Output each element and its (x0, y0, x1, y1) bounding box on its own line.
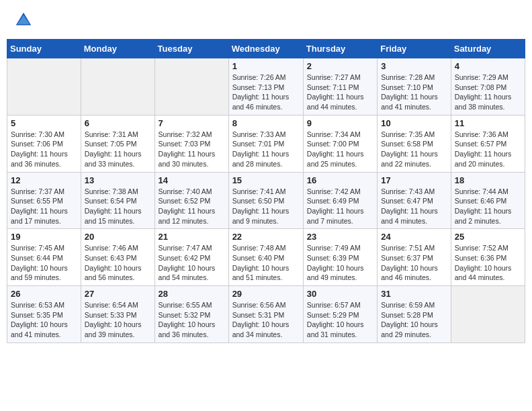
day-info: Sunrise: 7:52 AMSunset: 6:36 PMDaylight:… (455, 243, 521, 283)
day-number: 11 (455, 118, 521, 128)
calendar-cell: 10Sunrise: 7:35 AMSunset: 6:58 PMDayligh… (378, 115, 451, 172)
logo-icon (13, 10, 34, 30)
calendar-cell: 5Sunrise: 7:30 AMSunset: 7:06 PMDaylight… (7, 115, 81, 172)
day-number: 28 (159, 289, 225, 299)
calendar-cell: 1Sunrise: 7:26 AMSunset: 7:13 PMDaylight… (228, 58, 303, 116)
day-info: Sunrise: 7:36 AMSunset: 6:57 PMDaylight:… (455, 130, 521, 169)
calendar-cell: 15Sunrise: 7:41 AMSunset: 6:50 PMDayligh… (228, 172, 303, 229)
day-info: Sunrise: 7:28 AMSunset: 7:10 PMDaylight:… (381, 73, 447, 112)
day-number: 20 (85, 232, 151, 242)
day-info: Sunrise: 7:43 AMSunset: 6:47 PMDaylight:… (381, 187, 447, 226)
day-info: Sunrise: 6:59 AMSunset: 5:28 PMDaylight:… (381, 300, 447, 340)
day-info: Sunrise: 7:31 AMSunset: 7:05 PMDaylight:… (85, 130, 151, 169)
calendar-cell: 14Sunrise: 7:40 AMSunset: 6:52 PMDayligh… (154, 172, 228, 229)
calendar-cell: 11Sunrise: 7:36 AMSunset: 6:57 PMDayligh… (451, 115, 525, 172)
day-info: Sunrise: 7:47 AMSunset: 6:42 PMDaylight:… (159, 243, 225, 283)
day-number: 22 (232, 232, 300, 242)
calendar-cell: 4Sunrise: 7:29 AMSunset: 7:08 PMDaylight… (451, 58, 525, 116)
day-info: Sunrise: 7:44 AMSunset: 6:46 PMDaylight:… (455, 187, 521, 226)
col-wednesday: Wednesday (228, 40, 303, 58)
col-friday: Friday (378, 40, 451, 58)
calendar-cell: 28Sunrise: 6:55 AMSunset: 5:32 PMDayligh… (154, 286, 228, 343)
calendar-cell: 3Sunrise: 7:28 AMSunset: 7:10 PMDaylight… (378, 58, 451, 116)
calendar-cell: 30Sunrise: 6:57 AMSunset: 5:29 PMDayligh… (303, 286, 377, 343)
day-number: 25 (455, 232, 521, 242)
day-number: 18 (455, 175, 521, 185)
calendar-cell: 8Sunrise: 7:33 AMSunset: 7:01 PMDaylight… (228, 115, 303, 172)
day-info: Sunrise: 7:30 AMSunset: 7:06 PMDaylight:… (11, 130, 77, 169)
day-info: Sunrise: 7:48 AMSunset: 6:40 PMDaylight:… (232, 243, 300, 283)
col-sunday: Sunday (7, 40, 81, 58)
day-number: 26 (11, 289, 77, 299)
calendar-table: Sunday Monday Tuesday Wednesday Thursday… (7, 39, 525, 343)
day-number: 3 (381, 61, 447, 71)
day-info: Sunrise: 7:34 AMSunset: 7:00 PMDaylight:… (307, 130, 373, 169)
calendar-week-row: 5Sunrise: 7:30 AMSunset: 7:06 PMDaylight… (7, 115, 525, 172)
col-tuesday: Tuesday (154, 40, 228, 58)
calendar-cell: 21Sunrise: 7:47 AMSunset: 6:42 PMDayligh… (154, 229, 228, 286)
day-info: Sunrise: 6:57 AMSunset: 5:29 PMDaylight:… (307, 300, 373, 340)
day-info: Sunrise: 7:32 AMSunset: 7:03 PMDaylight:… (159, 130, 225, 169)
day-info: Sunrise: 7:40 AMSunset: 6:52 PMDaylight:… (159, 187, 225, 226)
calendar-cell: 2Sunrise: 7:27 AMSunset: 7:11 PMDaylight… (303, 58, 377, 116)
day-info: Sunrise: 7:51 AMSunset: 6:37 PMDaylight:… (381, 243, 447, 283)
calendar-cell: 23Sunrise: 7:49 AMSunset: 6:39 PMDayligh… (303, 229, 377, 286)
calendar-cell: 27Sunrise: 6:54 AMSunset: 5:33 PMDayligh… (81, 286, 154, 343)
calendar-header-row: Sunday Monday Tuesday Wednesday Thursday… (7, 40, 525, 58)
day-number: 24 (381, 232, 447, 242)
calendar-week-row: 19Sunrise: 7:45 AMSunset: 6:44 PMDayligh… (7, 229, 525, 286)
day-number: 6 (85, 118, 151, 128)
day-info: Sunrise: 7:42 AMSunset: 6:49 PMDaylight:… (307, 187, 373, 226)
day-number: 27 (85, 289, 151, 299)
day-info: Sunrise: 7:26 AMSunset: 7:13 PMDaylight:… (232, 73, 300, 112)
logo (13, 10, 36, 30)
day-number: 2 (307, 61, 373, 71)
calendar-cell: 29Sunrise: 6:56 AMSunset: 5:31 PMDayligh… (228, 286, 303, 343)
day-number: 21 (159, 232, 225, 242)
calendar-cell (7, 58, 81, 116)
calendar-week-row: 1Sunrise: 7:26 AMSunset: 7:13 PMDaylight… (7, 58, 525, 116)
day-info: Sunrise: 6:53 AMSunset: 5:35 PMDaylight:… (11, 300, 77, 340)
calendar-cell: 19Sunrise: 7:45 AMSunset: 6:44 PMDayligh… (7, 229, 81, 286)
calendar-cell: 31Sunrise: 6:59 AMSunset: 5:28 PMDayligh… (378, 286, 451, 343)
calendar-week-row: 12Sunrise: 7:37 AMSunset: 6:55 PMDayligh… (7, 172, 525, 229)
day-info: Sunrise: 7:33 AMSunset: 7:01 PMDaylight:… (232, 130, 300, 169)
day-number: 29 (232, 289, 300, 299)
calendar-cell: 17Sunrise: 7:43 AMSunset: 6:47 PMDayligh… (378, 172, 451, 229)
day-number: 12 (11, 175, 77, 185)
day-info: Sunrise: 7:29 AMSunset: 7:08 PMDaylight:… (455, 73, 521, 112)
calendar-cell: 24Sunrise: 7:51 AMSunset: 6:37 PMDayligh… (378, 229, 451, 286)
calendar-cell: 13Sunrise: 7:38 AMSunset: 6:54 PMDayligh… (81, 172, 154, 229)
calendar-cell: 9Sunrise: 7:34 AMSunset: 7:00 PMDaylight… (303, 115, 377, 172)
day-info: Sunrise: 7:45 AMSunset: 6:44 PMDaylight:… (11, 243, 77, 283)
calendar-cell: 26Sunrise: 6:53 AMSunset: 5:35 PMDayligh… (7, 286, 81, 343)
col-monday: Monday (81, 40, 154, 58)
day-number: 14 (159, 175, 225, 185)
day-number: 5 (11, 118, 77, 128)
day-number: 8 (232, 118, 300, 128)
day-info: Sunrise: 6:54 AMSunset: 5:33 PMDaylight:… (85, 300, 151, 340)
day-number: 30 (307, 289, 373, 299)
day-number: 13 (85, 175, 151, 185)
col-thursday: Thursday (303, 40, 377, 58)
calendar-cell (154, 58, 228, 116)
day-number: 19 (11, 232, 77, 242)
calendar-cell: 7Sunrise: 7:32 AMSunset: 7:03 PMDaylight… (154, 115, 228, 172)
day-number: 31 (381, 289, 447, 299)
day-info: Sunrise: 7:46 AMSunset: 6:43 PMDaylight:… (85, 243, 151, 283)
day-info: Sunrise: 7:38 AMSunset: 6:54 PMDaylight:… (85, 187, 151, 226)
day-info: Sunrise: 6:55 AMSunset: 5:32 PMDaylight:… (159, 300, 225, 340)
calendar-week-row: 26Sunrise: 6:53 AMSunset: 5:35 PMDayligh… (7, 286, 525, 343)
calendar-cell (81, 58, 154, 116)
day-info: Sunrise: 7:27 AMSunset: 7:11 PMDaylight:… (307, 73, 373, 112)
calendar-cell: 18Sunrise: 7:44 AMSunset: 6:46 PMDayligh… (451, 172, 525, 229)
day-info: Sunrise: 7:35 AMSunset: 6:58 PMDaylight:… (381, 130, 447, 169)
day-info: Sunrise: 7:49 AMSunset: 6:39 PMDaylight:… (307, 243, 373, 283)
calendar-cell: 6Sunrise: 7:31 AMSunset: 7:05 PMDaylight… (81, 115, 154, 172)
day-number: 9 (307, 118, 373, 128)
page-header (7, 7, 525, 34)
day-number: 4 (455, 61, 521, 71)
day-number: 15 (232, 175, 300, 185)
calendar-cell: 16Sunrise: 7:42 AMSunset: 6:49 PMDayligh… (303, 172, 377, 229)
day-number: 10 (381, 118, 447, 128)
